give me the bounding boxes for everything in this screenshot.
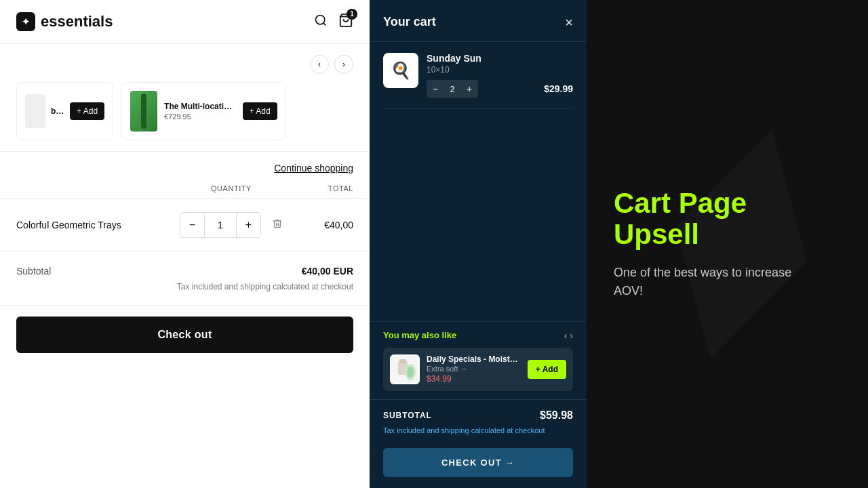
promo-panel: Cart Page Upsell One of the best ways to… xyxy=(587,0,868,488)
total-column-header: TOTAL xyxy=(285,184,353,192)
svg-line-1 xyxy=(323,22,326,25)
drawer-upsell-name: Daily Specials - Moisturizing cre... xyxy=(427,354,521,364)
drawer-upsell-title: You may also like xyxy=(383,330,456,340)
drawer-subtotal-value: $59.98 xyxy=(540,409,573,422)
drawer-decrease-button[interactable]: − xyxy=(427,80,444,98)
subtotal-label: Subtotal xyxy=(16,266,51,277)
logo-text: essentials xyxy=(41,13,113,30)
drawer-upsell-variant: Extra soft → xyxy=(427,365,521,373)
promo-content: Cart Page Upsell One of the best ways to… xyxy=(614,188,804,300)
carousel-item-info: The Multi-location Snowboard €729.95 xyxy=(164,102,235,121)
cart-item-price: €40,00 xyxy=(285,220,353,230)
drawer-quantity-control: − 2 + xyxy=(427,80,478,98)
svg-rect-5 xyxy=(399,359,406,363)
list-item: The Multi-location Snowboard €729.95 + A… xyxy=(121,82,286,140)
drawer-quantity-value: 2 xyxy=(444,84,460,94)
header-icons: 1 xyxy=(314,13,353,31)
carousel-item-truncated: board + Add xyxy=(16,82,113,140)
tax-note: Tax included and shipping calculated at … xyxy=(16,282,353,291)
carousel-items: board + Add The Multi-location Snowboard… xyxy=(0,82,370,140)
drawer-item-name: Sunday Sun xyxy=(427,53,573,64)
svg-point-0 xyxy=(316,15,325,24)
cart-badge: 1 xyxy=(347,9,357,20)
continue-shopping-row: Continue shopping xyxy=(0,152,370,179)
carousel-nav: ‹ › xyxy=(0,55,370,74)
promo-title-line2: Upsell xyxy=(614,218,699,250)
drawer-upsell-info: Daily Specials - Moisturizing cre... Ext… xyxy=(427,354,521,384)
quantity-decrease-button[interactable]: − xyxy=(180,213,204,237)
drawer-subtotal-row: SUBTOTAL $59.98 xyxy=(383,409,573,422)
quantity-increase-button[interactable]: + xyxy=(237,213,260,237)
drawer-checkout-button[interactable]: CHECK OUT → xyxy=(383,448,573,477)
checkout-button[interactable]: Check out xyxy=(16,317,353,353)
snowboard-image xyxy=(130,91,157,131)
quantity-control: − + xyxy=(180,212,261,238)
drawer-upsell-image xyxy=(390,354,420,384)
subtotal-row: Subtotal €40,00 EUR xyxy=(16,266,353,277)
truncated-add-button[interactable]: + Add xyxy=(70,102,104,120)
drawer-upsell-price: $34.99 xyxy=(427,374,521,384)
drawer-subtotal-label: SUBTOTAL xyxy=(383,411,432,420)
cart-drawer-title: Your cart xyxy=(383,15,436,29)
drawer-items: 🍳 Sunday Sun 10×10 − 2 + $29.99 xyxy=(370,42,587,321)
cart-drawer: Your cart × 🍳 Sunday Sun 10×10 − 2 + $29… xyxy=(370,0,587,488)
list-item: 🍳 Sunday Sun 10×10 − 2 + $29.99 xyxy=(383,53,573,109)
cart-item-name: Colorful Geometric Trays xyxy=(16,220,180,230)
table-row: Colorful Geometric Trays − + €40,00 xyxy=(0,199,370,252)
cart-table-header: QUANTITY TOTAL xyxy=(0,179,370,199)
drawer-item-variant: 10×10 xyxy=(427,65,573,75)
store-panel: ✦ essentials 1 ‹ › xyxy=(0,0,370,488)
snowboard-shape xyxy=(141,94,146,129)
drawer-upsell-section: You may also like ‹ › Daily Specials - M… xyxy=(370,321,587,399)
upsell-carousel-section: ‹ › board + Add The Multi-lo xyxy=(0,44,370,152)
drawer-upsell-nav: ‹ › xyxy=(564,330,573,341)
cart-button[interactable]: 1 xyxy=(338,13,353,31)
carousel-item-price: €729.95 xyxy=(164,113,235,121)
carousel-item-name: The Multi-location Snowboard xyxy=(164,102,235,111)
quantity-input[interactable] xyxy=(204,213,237,237)
store-logo: ✦ essentials xyxy=(16,12,113,31)
drawer-upsell-card: Daily Specials - Moisturizing cre... Ext… xyxy=(383,348,573,391)
promo-title: Cart Page Upsell xyxy=(614,188,804,250)
drawer-upsell-prev-button[interactable]: ‹ xyxy=(564,330,568,341)
store-header: ✦ essentials 1 xyxy=(0,0,370,44)
quantity-column-header: QUANTITY xyxy=(177,184,285,192)
drawer-increase-button[interactable]: + xyxy=(460,80,478,98)
carousel-prev-button[interactable]: ‹ xyxy=(310,55,329,74)
carousel-add-button[interactable]: + Add xyxy=(243,102,277,120)
drawer-item-image: 🍳 xyxy=(383,53,418,88)
logo-icon: ✦ xyxy=(16,12,35,31)
drawer-upsell-header: You may also like ‹ › xyxy=(383,330,573,341)
drawer-tax-note: Tax included and shipping calculated at … xyxy=(383,426,573,436)
delete-item-button[interactable] xyxy=(269,216,285,235)
drawer-subtotal: SUBTOTAL $59.98 Tax included and shippin… xyxy=(370,399,587,441)
promo-title-line1: Cart Page xyxy=(614,187,747,219)
carousel-next-button[interactable]: › xyxy=(334,55,353,74)
drawer-item-emoji: 🍳 xyxy=(391,61,411,80)
drawer-qty-row: − 2 + $29.99 xyxy=(427,80,573,98)
drawer-upsell-add-button[interactable]: + Add xyxy=(528,360,566,379)
drawer-item-info: Sunday Sun 10×10 − 2 + $29.99 xyxy=(427,53,573,98)
moisturizer-image xyxy=(391,356,418,383)
svg-point-7 xyxy=(407,367,414,378)
cart-drawer-close-button[interactable]: × xyxy=(565,16,573,29)
logo-icon-symbol: ✦ xyxy=(22,16,30,27)
truncated-item-name: board xyxy=(51,106,64,116)
drawer-upsell-next-button[interactable]: › xyxy=(570,330,573,341)
search-icon xyxy=(314,14,328,27)
subtotal-value: €40,00 EUR xyxy=(302,266,353,277)
cart-drawer-header: Your cart × xyxy=(370,0,587,42)
drawer-item-price: $29.99 xyxy=(544,83,573,94)
trash-icon xyxy=(272,218,283,229)
subtotal-section: Subtotal €40,00 EUR Tax included and shi… xyxy=(0,252,370,306)
continue-shopping-link[interactable]: Continue shopping xyxy=(274,163,353,174)
promo-description: One of the best ways to increase AOV! xyxy=(614,264,804,300)
search-button[interactable] xyxy=(314,14,328,30)
checkout-section: Check out xyxy=(0,306,370,364)
